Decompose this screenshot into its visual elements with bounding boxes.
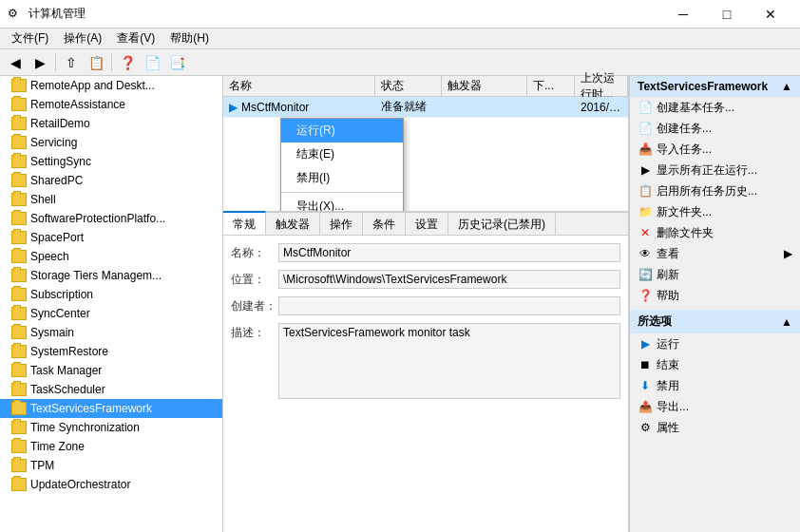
right-action-create-basic[interactable]: 📄 创建基本任务... [630, 97, 800, 118]
right-action-view[interactable]: 👁 查看 ▶ [630, 243, 800, 264]
right-sub-action-end[interactable]: ⏹ 结束 [630, 354, 800, 375]
middle-panel: 名称 状态 触发器 下... 上次运行时... ▶ MsCtfMonitor 准… [223, 76, 629, 532]
detail-label-desc: 描述： [231, 323, 278, 341]
right-action-enablehistory[interactable]: 📋 启用所有任务历史... [630, 180, 800, 201]
right-sub-action-properties[interactable]: ⚙ 属性 [630, 417, 800, 438]
create-icon: 📄 [638, 121, 653, 136]
tree-item-speech[interactable]: Speech [0, 247, 222, 266]
tree-item-systemrestore[interactable]: SystemRestore [0, 342, 222, 361]
delete-folder-icon: ✕ [638, 225, 653, 240]
right-sub-action-export[interactable]: 📤 导出... [630, 396, 800, 417]
detail-value-desc[interactable]: TextServicesFramework monitor task [278, 323, 620, 399]
tab-history[interactable]: 历史记录(已禁用) [448, 213, 556, 235]
left-panel: RemoteApp and Deskt... RemoteAssistance … [0, 76, 223, 532]
right-section-sub-expand-icon: ▲ [781, 315, 792, 329]
tree-item-synccenter[interactable]: SyncCenter [0, 304, 222, 323]
right-section-sub-title: 所选项 ▲ [630, 310, 800, 333]
tree-item-spaceport[interactable]: SpacePort [0, 228, 222, 247]
tree-item-softwareprotection[interactable]: SoftwareProtectionPlatfo... [0, 209, 222, 228]
tree-item-remoteapp[interactable]: RemoteApp and Deskt... [0, 76, 222, 95]
detail-row-author: 创建者： [231, 296, 620, 315]
detail-value-author[interactable] [278, 296, 620, 315]
tree-item-taskscheduler[interactable]: TaskScheduler [0, 380, 222, 399]
right-action-newfolder[interactable]: 📁 新文件夹... [630, 201, 800, 222]
tree-item-storagetiers[interactable]: Storage Tiers Managem... [0, 266, 222, 285]
folder-icon [11, 174, 27, 187]
right-action-showrunning[interactable]: ▶ 显示所有正在运行... [630, 160, 800, 180]
create-basic-icon: 📄 [638, 100, 653, 115]
copy-button[interactable]: 📋 [85, 52, 107, 73]
detail-tabs: 常规 触发器 操作 条件 设置 历史记录(已禁用) [223, 211, 628, 236]
right-action-create[interactable]: 📄 创建任务... [630, 118, 800, 139]
tree-item-label: Sysmain [30, 326, 74, 339]
tab-settings[interactable]: 设置 [406, 213, 448, 235]
tree-item-label: TaskScheduler [30, 383, 105, 396]
tab-conditions[interactable]: 条件 [363, 213, 406, 235]
tab-general[interactable]: 常规 [223, 211, 266, 235]
col-header-lastrun[interactable]: 上次运行时... [575, 76, 628, 96]
detail-row-location: 位置： \Microsoft\Windows\TextServicesFrame… [231, 270, 620, 289]
back-button[interactable]: ◀ [4, 52, 27, 73]
ctx-run[interactable]: 运行(R) [281, 119, 403, 142]
tree-item-timesync[interactable]: Time Synchronization [0, 418, 222, 437]
right-action-refresh[interactable]: 🔄 刷新 [630, 264, 800, 285]
tab-triggers[interactable]: 触发器 [266, 213, 320, 235]
tree-item-taskmanager[interactable]: Task Manager [0, 361, 222, 380]
menu-action[interactable]: 操作(A) [56, 28, 109, 48]
right-action-label: 启用所有任务历史... [657, 183, 757, 200]
right-sub-action-disable[interactable]: ⬇ 禁用 [630, 375, 800, 396]
task-row[interactable]: ▶ MsCtfMonitor 准备就绪 2016/10/9... [223, 97, 628, 118]
folder-icon [11, 440, 27, 453]
tree-item-label: SoftwareProtectionPlatfo... [30, 212, 165, 225]
new-folder-icon: 📁 [638, 204, 653, 219]
detail-panel: 名称： MsCtfMonitor 位置： \Microsoft\Windows\… [223, 236, 628, 532]
tab-actions[interactable]: 操作 [320, 213, 363, 235]
tree-item-servicing[interactable]: Servicing [0, 133, 222, 152]
tree-item-label: RemoteApp and Deskt... [30, 79, 155, 92]
export-icon: 📤 [638, 399, 653, 414]
col-header-status[interactable]: 状态 [375, 76, 442, 96]
help-toolbar-button[interactable]: ❓ [116, 52, 139, 73]
properties-icon: ⚙ [638, 420, 653, 435]
menu-file[interactable]: 文件(F) [4, 28, 56, 48]
show-running-icon: ▶ [638, 162, 653, 178]
col-header-name[interactable]: 名称 [223, 76, 375, 96]
detail-label-location: 位置： [231, 270, 278, 288]
tree-item-retaildemo[interactable]: RetailDemo [0, 114, 222, 133]
folder-icon [11, 98, 27, 111]
folder-icon [11, 79, 27, 92]
ctx-disable[interactable]: 禁用(I) [281, 166, 403, 190]
close-button[interactable]: ✕ [749, 0, 792, 28]
list-button[interactable]: 📑 [165, 52, 188, 73]
up-button[interactable]: ⇧ [60, 52, 83, 73]
forward-button[interactable]: ▶ [29, 52, 51, 73]
tree-item-timezone[interactable]: Time Zone [0, 437, 222, 456]
tree-item-updateorchestrator[interactable]: UpdateOrchestrator [0, 475, 222, 494]
tree-item-remoteassistance[interactable]: RemoteAssistance [0, 95, 222, 114]
minimize-button[interactable]: ─ [661, 0, 705, 28]
tree-item-sharedpc[interactable]: SharedPC [0, 171, 222, 190]
detail-value-location[interactable]: \Microsoft\Windows\TextServicesFramework [278, 270, 620, 289]
folder-icon [11, 402, 27, 415]
detail-value-name[interactable]: MsCtfMonitor [278, 243, 620, 262]
ctx-end[interactable]: 结束(E) [281, 142, 403, 166]
tree-item-textservices[interactable]: TextServicesFramework [0, 399, 222, 418]
menu-view[interactable]: 查看(V) [109, 28, 162, 48]
properties-button[interactable]: 📄 [141, 52, 163, 73]
tree-item-settingsync[interactable]: SettingSync [0, 152, 222, 171]
right-action-import[interactable]: 📥 导入任务... [630, 139, 800, 160]
right-action-deletefolder[interactable]: ✕ 删除文件夹 [630, 222, 800, 243]
tree-item-label: SpacePort [30, 231, 84, 244]
maximize-button[interactable]: □ [705, 0, 749, 28]
menu-help[interactable]: 帮助(H) [162, 28, 217, 48]
right-sub-action-run[interactable]: ▶ 运行 [630, 333, 800, 354]
tree-item-sysmain[interactable]: Sysmain [0, 323, 222, 342]
tree-item-tpm[interactable]: TPM [0, 456, 222, 475]
ctx-export[interactable]: 导出(X)... [281, 195, 403, 211]
col-header-trigger[interactable]: 触发器 [442, 76, 527, 96]
tree-item-subscription[interactable]: Subscription [0, 285, 222, 304]
right-action-help[interactable]: ❓ 帮助 [630, 285, 800, 306]
tree-item-shell[interactable]: Shell [0, 190, 222, 209]
folder-icon [11, 383, 27, 396]
col-header-next[interactable]: 下... [527, 76, 575, 96]
